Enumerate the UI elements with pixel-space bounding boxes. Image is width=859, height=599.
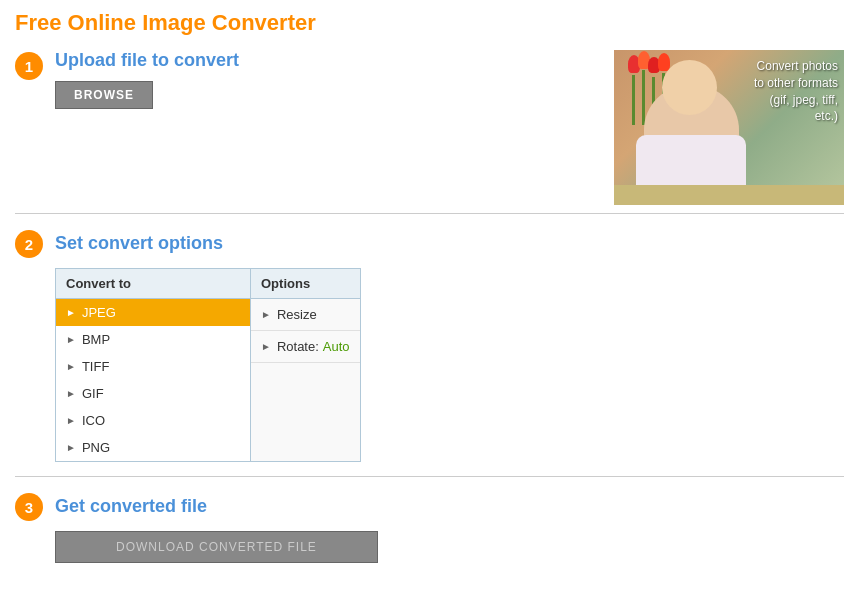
convert-to-header: Convert to — [56, 269, 250, 299]
format-item-png[interactable]: ► PNG — [56, 434, 250, 461]
convert-options-container: Convert to ► JPEG ► BMP ► TIFF ► GIF — [55, 268, 361, 462]
format-item-gif[interactable]: ► GIF — [56, 380, 250, 407]
download-button[interactable]: DOWNLOAD CONVERTED FILE — [55, 531, 378, 563]
format-item-ico[interactable]: ► ICO — [56, 407, 250, 434]
options-header: Options — [251, 269, 360, 299]
option-resize-label: Resize — [277, 307, 317, 322]
convert-to-panel: Convert to ► JPEG ► BMP ► TIFF ► GIF — [56, 269, 251, 461]
browse-button[interactable]: BROWSE — [55, 81, 153, 109]
option-resize[interactable]: ► Resize — [251, 299, 360, 331]
format-list: ► JPEG ► BMP ► TIFF ► GIF ► ICO — [56, 299, 250, 461]
page-title: Free Online Image Converter — [15, 10, 844, 36]
format-label-tiff: TIFF — [82, 359, 109, 374]
options-panel: Options ► Resize ► Rotate: Auto — [251, 269, 360, 461]
arrow-icon: ► — [66, 442, 76, 453]
arrow-icon: ► — [66, 388, 76, 399]
step2-badge: 2 — [15, 230, 43, 258]
format-label-bmp: BMP — [82, 332, 110, 347]
format-label-jpeg: JPEG — [82, 305, 116, 320]
divider2 — [15, 476, 844, 477]
step1-badge: 1 — [15, 52, 43, 80]
option-arrow-rotate: ► — [261, 341, 271, 352]
option-rotate[interactable]: ► Rotate: Auto — [251, 331, 360, 363]
option-rotate-value: Auto — [323, 339, 350, 354]
step3-badge: 3 — [15, 493, 43, 521]
step2-label: Set convert options — [55, 233, 223, 254]
arrow-icon: ► — [66, 415, 76, 426]
arrow-icon: ► — [66, 334, 76, 345]
format-item-bmp[interactable]: ► BMP — [56, 326, 250, 353]
format-label-png: PNG — [82, 440, 110, 455]
banner-text: Convert photos to other formats (gif, jp… — [748, 58, 838, 125]
format-item-tiff[interactable]: ► TIFF — [56, 353, 250, 380]
format-label-gif: GIF — [82, 386, 104, 401]
option-rotate-label: Rotate: — [277, 339, 319, 354]
step1-label: Upload file to convert — [55, 50, 594, 71]
arrow-icon: ► — [66, 307, 76, 318]
divider1 — [15, 213, 844, 214]
arrow-icon: ► — [66, 361, 76, 372]
banner-image: Convert photos to other formats (gif, jp… — [614, 50, 844, 205]
format-item-jpeg[interactable]: ► JPEG — [56, 299, 250, 326]
format-label-ico: ICO — [82, 413, 105, 428]
option-arrow-resize: ► — [261, 309, 271, 320]
step3-label: Get converted file — [55, 496, 207, 517]
